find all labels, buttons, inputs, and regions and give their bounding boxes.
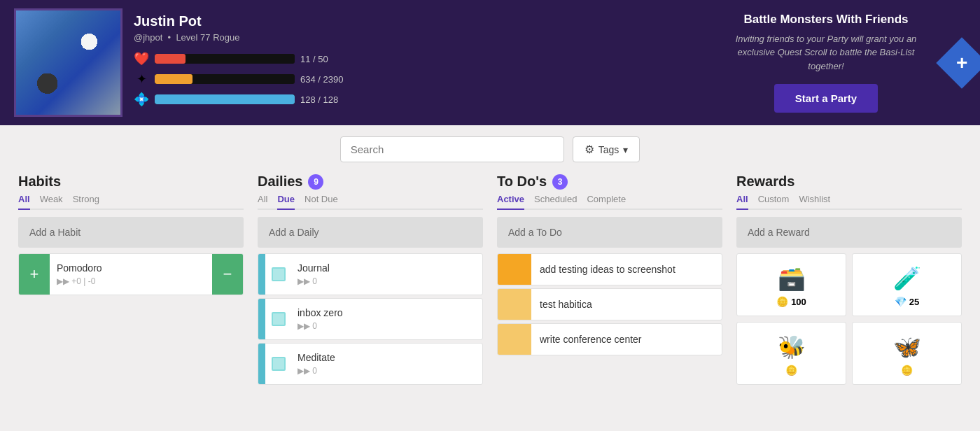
habits-header: Habits [18,174,244,190]
tab-dailies-due[interactable]: Due [277,194,295,210]
reward-icon: 🗃️ [778,265,806,292]
mp-row: 💠 128 / 128 [134,92,349,107]
todo-title: test habitica [540,299,713,310]
add-reward-button[interactable]: Add a Reward [736,217,962,248]
todo-color-indicator [498,254,531,285]
list-item: test habitica [497,288,722,320]
todo-color-indicator [498,289,531,320]
daily-content: inbox zero ▶▶ 0 [292,299,482,339]
habit-plus-button[interactable]: + [19,254,50,295]
star-icon: ✦ [134,71,149,87]
avatar [14,8,122,117]
tab-dailies-all[interactable]: All [258,194,267,210]
xp-row: ✦ 634 / 2390 [134,71,349,87]
avatar-image [16,10,120,115]
mp-bar-bg [155,94,295,104]
fab-plus-icon: + [956,52,967,72]
list-item[interactable]: 🐝 🪙 [736,322,846,385]
tab-rewards-wishlist[interactable]: Wishlist [799,194,830,210]
reward-cost: 💎 25 [895,296,919,307]
checkbox-square [272,267,286,281]
todo-title: write conference center [540,334,713,345]
reward-cost: 🪙 [901,365,913,376]
coin-icon: 🪙 [776,296,788,307]
battle-title: Battle Monsters With Friends [728,13,924,27]
gem-icon: 💎 [895,296,906,307]
habit-meta: ▶▶ +0 | -0 [57,276,205,286]
tab-todos-complete[interactable]: Complete [587,194,626,210]
dailies-header: Dailies 9 [258,174,483,190]
daily-checkbox-1[interactable] [265,299,292,339]
tab-todos-active[interactable]: Active [497,194,524,210]
reward-icon: 🧪 [893,265,921,292]
daily-meta: ▶▶ 0 [298,276,477,286]
header: Justin Pot @jhpot • Level 77 Rogue ❤️ 11… [0,0,980,125]
habit-title: Pomodoro [57,262,205,274]
rewards-column: Rewards All Custom Wishlist Add a Reward… [729,174,969,388]
fab-button[interactable]: + [936,37,980,89]
list-item: Journal ▶▶ 0 [258,253,483,295]
tab-todos-scheduled[interactable]: Scheduled [534,194,577,210]
list-item: add testing ideas to screenshot [497,253,722,285]
tab-habits-all[interactable]: All [18,194,30,210]
reward-cost: 🪙 100 [776,296,806,307]
tags-button[interactable]: ⚙ Tags ▾ [573,136,640,162]
add-habit-button[interactable]: Add a Habit [18,217,244,248]
tab-rewards-custom[interactable]: Custom [758,194,790,210]
list-item[interactable]: 🧪 💎 25 [852,253,962,316]
list-item: + Pomodoro ▶▶ +0 | -0 − [18,253,244,295]
filter-icon: ⚙ [584,143,594,156]
daily-meta: ▶▶ 0 [298,366,477,376]
battle-subtitle: Inviting friends to your Party will gran… [728,32,924,73]
daily-checkbox-2[interactable] [265,344,292,384]
daily-content: Meditate ▶▶ 0 [292,344,482,384]
tab-rewards-all[interactable]: All [736,194,748,210]
player-info: Justin Pot @jhpot • Level 77 Rogue ❤️ 11… [134,13,349,112]
coin-icon: 🪙 [785,365,797,376]
todos-column: To Do's 3 Active Scheduled Complete Add … [490,174,729,388]
search-section: ⚙ Tags ▾ [0,125,980,174]
rewards-grid: 🗃️ 🪙 100 🧪 💎 25 🐝 🪙 🦋 [736,253,962,385]
search-input[interactable] [340,136,564,162]
todos-badge: 3 [552,174,568,190]
mp-bar-fill [155,94,295,104]
daily-checkbox-0[interactable] [265,254,292,295]
habits-tabs: All Weak Strong [18,194,244,210]
checkbox-square [272,357,286,371]
reward-icon: 🐝 [778,334,806,360]
todo-title: add testing ideas to screenshot [540,264,713,275]
xp-bar-bg [155,74,295,84]
list-item[interactable]: 🦋 🪙 [852,322,962,385]
habit-content: Pomodoro ▶▶ +0 | -0 [50,254,212,295]
habits-column: Habits All Weak Strong Add a Habit + Pom… [11,174,251,388]
todo-content: add testing ideas to screenshot [531,254,722,285]
start-party-button[interactable]: Start a Party [774,84,878,113]
diamond-icon: 💠 [134,92,149,107]
main-columns: Habits All Weak Strong Add a Habit + Pom… [0,174,980,388]
rewards-title: Rewards [736,174,794,190]
dailies-badge: 9 [308,174,323,190]
reward-cost: 🪙 [785,365,797,376]
todos-title: To Do's [497,174,547,190]
tab-habits-weak[interactable]: Weak [40,194,63,210]
battle-section: Battle Monsters With Friends Inviting fr… [728,13,924,113]
add-daily-button[interactable]: Add a Daily [258,217,483,248]
svg-rect-0 [16,115,122,117]
hp-text: 11 / 50 [300,54,349,64]
add-todo-button[interactable]: Add a To Do [497,217,722,248]
tab-dailies-notdue[interactable]: Not Due [304,194,338,210]
todo-content: write conference center [531,324,722,355]
habit-minus-button[interactable]: − [212,254,243,295]
reward-cost-value: 25 [909,297,919,307]
list-item[interactable]: 🗃️ 🪙 100 [736,253,846,316]
reward-cost-value: 100 [791,297,806,307]
tab-habits-strong[interactable]: Strong [73,194,99,210]
tags-label: Tags [598,144,620,155]
daily-title: Journal [298,262,477,274]
daily-meta: ▶▶ 0 [298,321,477,331]
hp-row: ❤️ 11 / 50 [134,51,349,66]
reward-icon: 🦋 [893,334,921,360]
hp-bar-fill [155,54,186,64]
coin-icon: 🪙 [901,365,913,376]
daily-content: Journal ▶▶ 0 [292,254,482,295]
